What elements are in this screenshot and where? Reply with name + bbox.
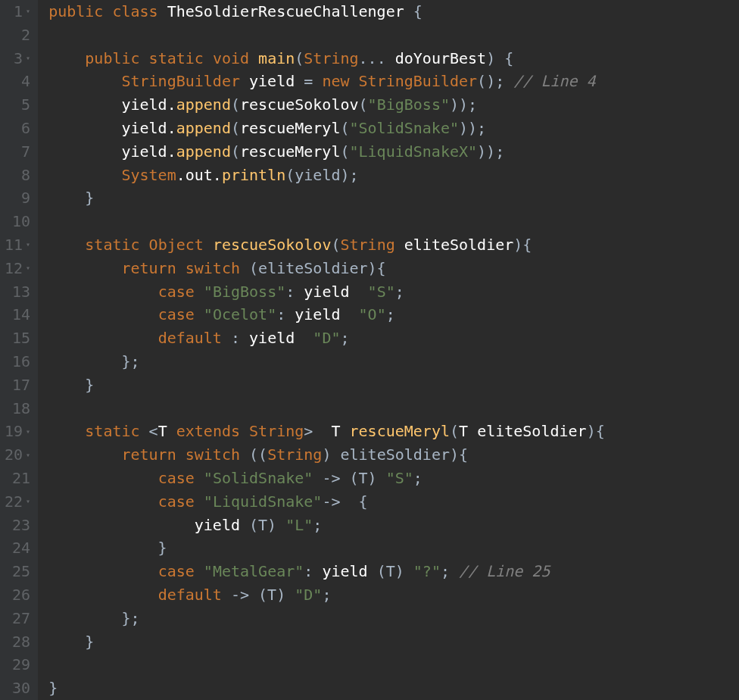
code-token: ( [231,119,240,137]
code-line: public static void main(String... doYour… [48,47,739,70]
code-token [48,95,121,114]
code-line: static Object rescueSokolov(String elite… [48,233,739,257]
code-token: ( [340,142,349,161]
line-number: 15 [5,327,30,350]
code-token: TheSoldierRescueChallenger [167,2,413,20]
code-token: yield [249,72,304,90]
code-token: // Line 25 [459,562,550,580]
line-number: 16 [5,350,30,373]
code-token: -> (T) [322,469,385,487]
line-number-text: 1 [14,0,23,23]
code-token [48,119,121,137]
line-number-text: 12 [5,257,23,280]
code-line: case "SolidSnake" -> (T) "S"; [48,467,739,490]
code-token: < [149,422,158,440]
code-token [48,469,158,487]
line-number-text: 2 [21,23,30,47]
code-token: ) eliteSoldier){ [322,445,468,464]
line-number: 10 [5,210,30,233]
line-number: 8 [5,164,30,187]
code-token: )); [477,142,504,161]
code-token: } [48,376,94,394]
line-number-text: 21 [12,467,30,490]
code-token: // Line 4 [513,72,595,90]
code-token: void [213,49,258,67]
code-token: String [340,236,404,254]
line-number-text: 17 [12,373,30,397]
line-number-text: 23 [12,514,30,537]
fold-indicator-icon[interactable]: ▾ [26,264,30,272]
code-token [48,516,195,534]
code-token: yield [195,516,249,534]
code-token: eliteSoldier [404,236,514,254]
code-token [48,142,121,161]
line-number: 30 [5,677,30,700]
code-token: "BigBoss" [204,283,285,301]
code-token: StringBuilder [121,72,249,90]
code-token: .out. [176,166,222,184]
code-token: StringBuilder [359,72,478,90]
code-token: default [158,586,231,604]
code-line: yield.append(rescueMeryl("SolidSnake")); [48,117,739,140]
line-number-text: 13 [12,280,30,304]
code-line: }; [48,607,739,630]
code-token [48,166,121,184]
code-token: )); [450,95,477,114]
fold-indicator-icon[interactable]: ▾ [26,452,30,459]
fold-indicator-icon[interactable]: ▾ [26,428,30,436]
line-number: 25 [5,560,30,583]
line-number-text: 30 [12,677,30,700]
fold-indicator-icon[interactable]: ▾ [26,55,30,62]
code-token: switch [186,259,249,277]
code-line: yield.append(rescueMeryl("LiquidSnakeX")… [48,140,739,164]
line-number-text: 9 [21,186,30,210]
code-token: System [121,166,176,184]
line-number: 2 [5,23,30,47]
code-token: > [304,422,331,440]
code-token: : [285,283,304,301]
code-token: "LiquidSnakeX" [350,142,478,161]
code-token: "MetalGear" [204,562,304,580]
code-token: append [176,142,231,161]
code-token [48,329,158,347]
code-token: { [413,2,423,20]
code-line: yield (T) "L"; [48,514,739,537]
code-token: ... [359,49,395,67]
code-token: } [48,679,58,697]
fold-indicator-icon[interactable]: ▾ [26,498,30,505]
fold-indicator-icon[interactable]: ▾ [26,241,30,248]
code-token: return [121,259,185,277]
line-number: 17 [5,373,30,397]
code-token: ( [340,119,349,137]
code-token: ( [295,49,304,67]
code-token: doYourBest [395,49,486,67]
code-token: "SolidSnake" [350,119,460,137]
code-token: (( [249,445,267,464]
code-token: yield [295,305,358,323]
code-token: case [158,562,204,580]
line-number: 21 [5,467,30,490]
code-token: -> { [322,492,367,511]
line-number-text: 28 [12,630,30,654]
line-number-text: 26 [12,583,30,607]
line-number: 23 [5,514,30,537]
fold-indicator-icon[interactable]: ▾ [26,8,30,15]
line-number: 22▾ [5,490,30,514]
code-token: println [222,166,285,184]
code-token [48,305,158,323]
code-token: (eliteSoldier){ [249,259,386,277]
code-token: yield. [121,95,176,114]
line-number: 12▾ [5,257,30,280]
code-token: "Ocelot" [204,305,276,323]
code-token: class [112,2,167,20]
code-token: eliteSoldier [477,422,587,440]
code-line: }; [48,350,739,373]
code-token [48,283,158,301]
code-token: ){ [587,422,605,440]
code-token [48,445,121,464]
code-token: "?" [413,562,441,580]
code-token: ) { [486,49,513,67]
line-number-text: 29 [12,653,30,677]
code-editor-area[interactable]: public class TheSoldierRescueChallenger … [38,0,739,700]
line-number-gutter: 1▾23▾4567891011▾12▾13141516171819▾20▾212… [0,0,38,700]
